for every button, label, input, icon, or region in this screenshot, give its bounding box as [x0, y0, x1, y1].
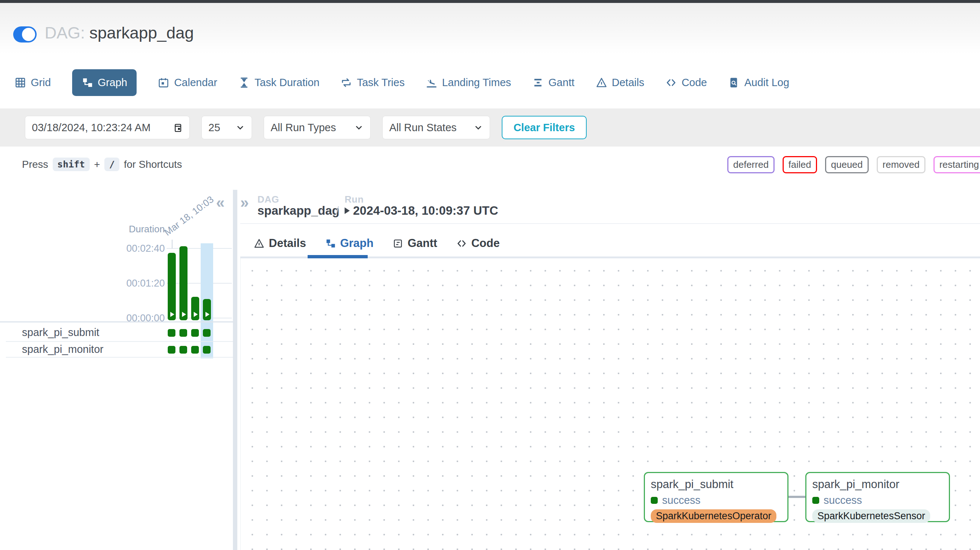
run-tab-code[interactable]: Code [456, 237, 500, 250]
panel-header-border [240, 223, 980, 224]
tab-label: Grid [31, 77, 51, 89]
breadcrumb-run-name[interactable]: 2024-03-18, 10:09:37 UTC [345, 204, 498, 218]
y-tick: 00:01:20 [121, 278, 165, 289]
run-play-icon [345, 207, 350, 214]
tab-label: Gantt [549, 77, 574, 89]
audit-log-icon [728, 77, 740, 88]
task-instance-success[interactable] [168, 346, 175, 354]
task-node-title: spark_pi_monitor [812, 478, 943, 491]
kbd-slash: / [104, 158, 119, 171]
run-duration-bars [168, 220, 215, 320]
task-edge [789, 496, 805, 498]
task-instance-success[interactable] [168, 329, 175, 337]
grid-separator [0, 321, 233, 322]
task-state-label: success [824, 494, 862, 506]
chevron-down-icon [474, 123, 483, 132]
panel-divider[interactable] [233, 190, 237, 550]
legend-deferred[interactable]: deferred [727, 156, 775, 173]
run-duration-bar[interactable] [203, 299, 211, 320]
task-instance-success[interactable] [180, 329, 187, 337]
run-tab-label: Details [269, 237, 306, 250]
breadcrumb-separator: / [336, 204, 339, 217]
tab-grid[interactable]: Grid [15, 77, 51, 89]
collapse-grid-icon[interactable]: « [216, 195, 224, 210]
task-node-title: spark_pi_submit [651, 478, 781, 491]
task-instance-squares [168, 329, 211, 337]
task-node-spark-pi-monitor[interactable]: spark_pi_monitor success SparkKubernetes… [805, 472, 950, 522]
tab-label: Code [681, 77, 707, 89]
run-types-value: All Run Types [270, 122, 336, 134]
warning-triangle-icon [254, 238, 264, 249]
legend-queued[interactable]: queued [825, 156, 869, 173]
task-instance-success[interactable] [203, 329, 211, 337]
window-top-strip [0, 0, 980, 3]
tab-label: Calendar [174, 77, 217, 89]
task-instance-success[interactable] [180, 346, 187, 354]
task-instance-success[interactable] [191, 329, 199, 337]
run-states-value: All Run States [389, 122, 457, 134]
task-node-spark-pi-submit[interactable]: spark_pi_submit success SparkKubernetesO… [644, 472, 789, 522]
kbd-shift: shift [53, 158, 90, 171]
page-title: DAG:sparkapp_dag [45, 24, 194, 43]
legend-removed[interactable]: removed [877, 156, 926, 173]
tab-gantt[interactable]: Gantt [533, 77, 574, 89]
y-tick: 00:02:40 [121, 243, 165, 254]
tab-label: Graph [98, 77, 127, 89]
hourglass-icon [239, 77, 250, 88]
run-duration-bar[interactable] [191, 297, 199, 320]
dag-name: sparkapp_dag [89, 24, 194, 42]
run-duration-bar[interactable] [180, 246, 188, 320]
graph-icon [82, 77, 93, 88]
legend-failed[interactable]: failed [783, 156, 817, 173]
run-duration-bar[interactable] [168, 253, 176, 320]
operator-badge: SparkKubernetesSensor [812, 509, 930, 523]
task-instance-squares [168, 346, 211, 354]
tab-label: Task Tries [357, 77, 405, 89]
run-tab-label: Code [471, 237, 500, 250]
tab-task-duration[interactable]: Task Duration [239, 77, 319, 89]
run-tab-details[interactable]: Details [254, 237, 306, 250]
operator-badge: SparkKubernetesOperator [651, 509, 776, 523]
page-size-select[interactable]: 25 [201, 116, 252, 139]
task-state-label: success [662, 494, 701, 506]
tab-graph[interactable]: Graph [72, 69, 137, 96]
success-state-icon [651, 497, 658, 504]
filter-bar: 25 All Run Types All Run States Clear Fi… [0, 108, 980, 147]
run-tab-label: Gantt [407, 237, 437, 250]
task-name: spark_pi_submit [22, 327, 99, 339]
warning-triangle-icon [596, 77, 607, 88]
dag-graph-canvas[interactable]: spark_pi_submit success SparkKubernetesO… [240, 258, 980, 550]
tab-audit-log[interactable]: Audit Log [728, 77, 789, 89]
expand-panel-icon[interactable]: » [240, 195, 249, 210]
tab-details[interactable]: Details [596, 77, 644, 89]
calendar-picker-icon[interactable] [173, 123, 183, 132]
calendar-icon [158, 77, 169, 88]
tab-landing-times[interactable]: Landing Times [426, 77, 511, 89]
tab-task-tries[interactable]: Task Tries [340, 77, 405, 89]
tab-code[interactable]: Code [665, 77, 707, 89]
state-legend: deferred failed queued removed restartin… [727, 156, 980, 173]
shortcuts-plus: + [94, 159, 100, 171]
run-types-select[interactable]: All Run Types [264, 116, 371, 139]
success-state-icon [812, 497, 819, 504]
run-states-select[interactable]: All Run States [382, 116, 490, 139]
active-tab-underline [308, 255, 368, 258]
base-date-input[interactable] [32, 122, 164, 134]
page-size-value: 25 [208, 122, 220, 134]
task-instance-success[interactable] [191, 346, 199, 354]
breadcrumb-dag-name[interactable]: sparkapp_dag [258, 204, 339, 218]
tab-label: Details [612, 77, 644, 89]
tab-calendar[interactable]: Calendar [158, 77, 217, 89]
clear-filters-button[interactable]: Clear Filters [502, 116, 587, 139]
chevron-down-icon [235, 123, 245, 132]
run-tab-graph[interactable]: Graph [325, 237, 374, 250]
dag-label: DAG: [45, 24, 85, 42]
run-tab-gantt[interactable]: Gantt [393, 237, 437, 250]
gantt-doc-icon [393, 238, 403, 249]
code-icon [665, 77, 677, 88]
legend-restarting[interactable]: restarting [934, 156, 980, 173]
task-instance-success[interactable] [203, 346, 211, 354]
grid-icon [15, 77, 26, 88]
tab-label: Audit Log [744, 77, 789, 89]
dag-pause-toggle[interactable] [13, 26, 37, 43]
